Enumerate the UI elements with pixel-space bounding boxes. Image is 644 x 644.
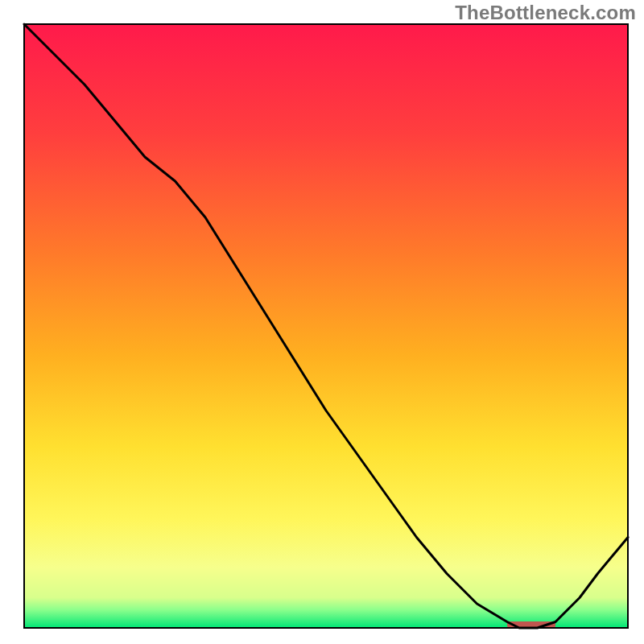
bottleneck-curve-chart [0, 0, 644, 644]
gradient-background [24, 24, 628, 628]
chart-container: TheBottleneck.com [0, 0, 644, 644]
watermark-label: TheBottleneck.com [455, 2, 636, 24]
